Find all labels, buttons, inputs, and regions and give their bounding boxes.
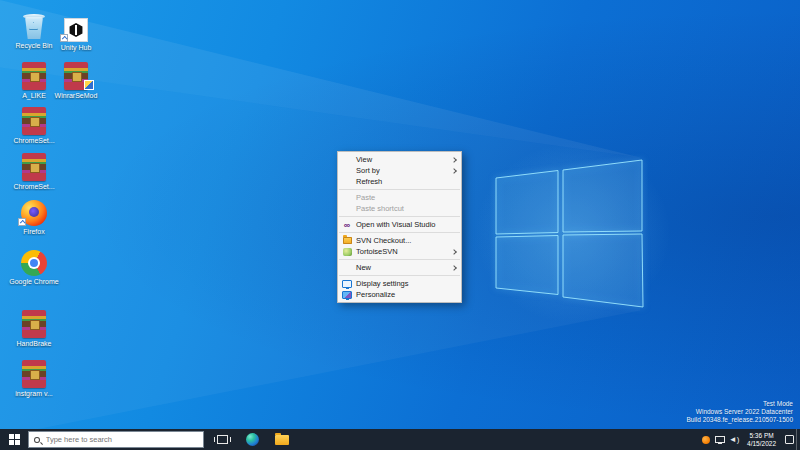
- watermark-line: Windows Server 2022 Datacenter: [686, 408, 793, 416]
- search-icon: [34, 437, 40, 443]
- clock-date: 4/15/2022: [747, 440, 776, 448]
- network-tray-button[interactable]: [713, 429, 727, 450]
- task-view-icon: [217, 435, 228, 444]
- chrome-icon: [2, 246, 66, 276]
- menu-item-personalize[interactable]: Personalize: [338, 289, 461, 300]
- menu-separator: [339, 189, 460, 190]
- menu-separator: [339, 216, 460, 217]
- system-tray: ◄) 5:36 PM 4/15/2022: [699, 429, 800, 450]
- start-button[interactable]: [0, 429, 28, 450]
- desktop-icon-chromeset-1[interactable]: ChromeSet...: [2, 105, 66, 145]
- submenu-chevron-icon: [451, 168, 457, 174]
- desktop-icon-unity-hub[interactable]: Unity Hub: [44, 12, 108, 52]
- firefox-icon: [2, 196, 66, 226]
- action-center-button[interactable]: [782, 429, 796, 450]
- desktop-icon-label: ChromeSet...: [2, 137, 66, 145]
- tray-app-icon: [702, 436, 710, 444]
- menu-item-display-settings[interactable]: Display settings: [338, 278, 461, 289]
- network-icon: [715, 436, 725, 443]
- watermark-line: Build 20348.fe_release.210507-1500: [686, 416, 793, 424]
- desktop-icon-label: WinrarSeMod: [44, 92, 108, 100]
- volume-icon: ◄): [729, 436, 740, 444]
- menu-item-view[interactable]: View: [338, 154, 461, 165]
- desktop-icon-handbrake[interactable]: HandBrake: [2, 308, 66, 348]
- menu-separator: [339, 259, 460, 260]
- show-desktop-button[interactable]: [796, 429, 800, 450]
- winrar-archive-icon: [2, 151, 66, 181]
- desktop-icon-label: Firefox: [2, 228, 66, 236]
- file-explorer-taskbar-button[interactable]: [270, 429, 294, 450]
- winrar-archive-icon: [2, 105, 66, 135]
- display-settings-icon: [342, 280, 352, 288]
- taskbar-clock[interactable]: 5:36 PM 4/15/2022: [741, 432, 782, 448]
- test-mode-watermark: Test Mode Windows Server 2022 Datacenter…: [686, 400, 793, 424]
- menu-item-svn-checkout[interactable]: SVN Checkout...: [338, 235, 461, 246]
- edge-taskbar-button[interactable]: [240, 429, 264, 450]
- taskbar-search-box[interactable]: [28, 431, 204, 448]
- desktop-icon-winrarsemod[interactable]: WinrarSeMod: [44, 60, 108, 100]
- watermark-line: Test Mode: [686, 400, 793, 408]
- tortoisesvn-icon: [343, 248, 352, 256]
- taskbar: ◄) 5:36 PM 4/15/2022: [0, 429, 800, 450]
- menu-item-refresh[interactable]: Refresh: [338, 176, 461, 187]
- desktop-icon-google-chrome[interactable]: Google Chrome: [2, 246, 66, 286]
- menu-item-sort-by[interactable]: Sort by: [338, 165, 461, 176]
- desktop-icon-firefox[interactable]: Firefox: [2, 196, 66, 236]
- task-view-button[interactable]: [210, 429, 234, 450]
- desktop-icon-label: ChromeSet...: [2, 183, 66, 191]
- submenu-chevron-icon: [451, 249, 457, 255]
- action-center-icon: [785, 435, 794, 444]
- shortcut-arrow-icon: [18, 218, 26, 226]
- winrar-archive-icon: [2, 308, 66, 338]
- context-menu: View Sort by Refresh Paste Paste shortcu…: [337, 151, 462, 303]
- desktop-icon-label: instgram v...: [2, 390, 66, 398]
- windows-start-icon: [9, 434, 20, 445]
- submenu-chevron-icon: [451, 157, 457, 163]
- file-explorer-icon: [275, 435, 289, 445]
- menu-separator: [339, 232, 460, 233]
- desktop[interactable]: Recycle Bin Unity Hub A_LIKE WinrarSeMod…: [0, 0, 800, 450]
- menu-item-open-with-visual-studio[interactable]: ∞ Open with Visual Studio: [338, 219, 461, 230]
- search-input[interactable]: [44, 434, 198, 445]
- menu-item-new[interactable]: New: [338, 262, 461, 273]
- menu-separator: [339, 275, 460, 276]
- windows-logo-icon: [478, 148, 668, 318]
- menu-item-paste-shortcut[interactable]: Paste shortcut: [338, 203, 461, 214]
- winrar-archive-icon: [44, 60, 108, 90]
- desktop-icon-label: Google Chrome: [2, 278, 66, 286]
- submenu-chevron-icon: [451, 265, 457, 271]
- menu-item-tortoisesvn[interactable]: TortoiseSVN: [338, 246, 461, 257]
- winrar-archive-icon: [2, 358, 66, 388]
- svn-checkout-icon: [343, 237, 352, 244]
- tray-app-button[interactable]: [699, 429, 713, 450]
- volume-tray-button[interactable]: ◄): [727, 429, 741, 450]
- desktop-icon-instgram[interactable]: instgram v...: [2, 358, 66, 398]
- setup-badge-icon: [84, 80, 94, 90]
- edge-icon: [246, 433, 259, 446]
- desktop-icon-chromeset-2[interactable]: ChromeSet...: [2, 151, 66, 191]
- clock-time: 5:36 PM: [747, 432, 776, 440]
- menu-item-paste[interactable]: Paste: [338, 192, 461, 203]
- shortcut-arrow-icon: [60, 34, 68, 42]
- desktop-icon-label: HandBrake: [2, 340, 66, 348]
- visual-studio-icon: ∞: [344, 221, 350, 229]
- desktop-icon-label: Unity Hub: [44, 44, 108, 52]
- personalize-icon: [342, 291, 352, 299]
- unity-hub-icon: [44, 12, 108, 42]
